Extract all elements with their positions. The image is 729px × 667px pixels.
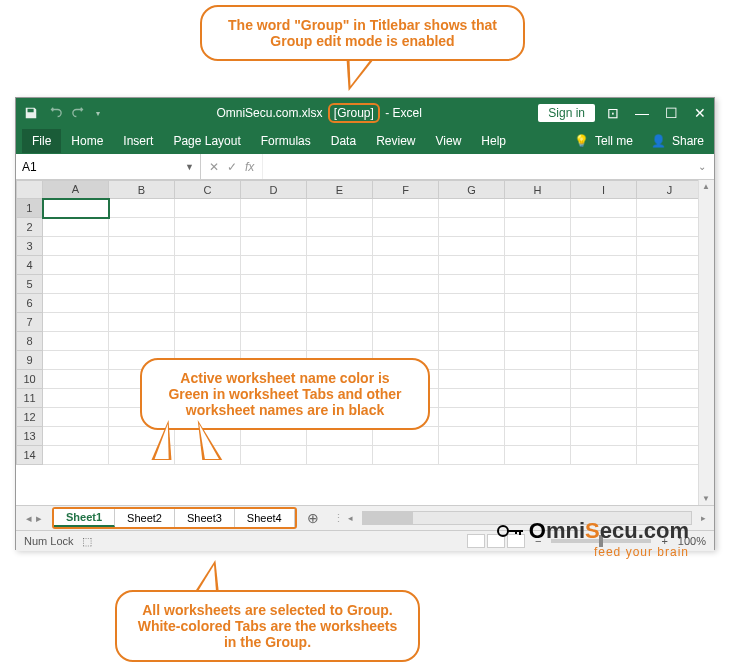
cell-G4[interactable] (439, 256, 505, 275)
cell-C3[interactable] (175, 237, 241, 256)
signin-button[interactable]: Sign in (538, 104, 595, 122)
minimize-icon[interactable]: — (635, 105, 649, 121)
cell-H14[interactable] (505, 446, 571, 465)
spreadsheet-grid[interactable]: ABCDEFGHIJ1234567891011121314 (16, 180, 714, 505)
cell-G2[interactable] (439, 218, 505, 237)
cell-H12[interactable] (505, 408, 571, 427)
col-header-A[interactable]: A (43, 181, 109, 199)
col-header-D[interactable]: D (241, 181, 307, 199)
cell-D3[interactable] (241, 237, 307, 256)
share-button[interactable]: Share (672, 134, 704, 148)
cell-E5[interactable] (307, 275, 373, 294)
cell-I12[interactable] (571, 408, 637, 427)
cell-A8[interactable] (43, 332, 109, 351)
cell-B3[interactable] (109, 237, 175, 256)
cell-I7[interactable] (571, 313, 637, 332)
col-header-B[interactable]: B (109, 181, 175, 199)
maximize-icon[interactable]: ☐ (665, 105, 678, 121)
cell-E8[interactable] (307, 332, 373, 351)
cell-B2[interactable] (109, 218, 175, 237)
cell-G7[interactable] (439, 313, 505, 332)
save-icon[interactable] (24, 106, 38, 120)
cell-A12[interactable] (43, 408, 109, 427)
cell-J6[interactable] (637, 294, 703, 313)
cell-A5[interactable] (43, 275, 109, 294)
cell-G3[interactable] (439, 237, 505, 256)
cell-H11[interactable] (505, 389, 571, 408)
cell-A2[interactable] (43, 218, 109, 237)
col-header-H[interactable]: H (505, 181, 571, 199)
col-header-J[interactable]: J (637, 181, 703, 199)
cell-D1[interactable] (241, 199, 307, 218)
cell-E1[interactable] (307, 199, 373, 218)
cell-E14[interactable] (307, 446, 373, 465)
cell-G5[interactable] (439, 275, 505, 294)
cell-I11[interactable] (571, 389, 637, 408)
row-header-1[interactable]: 1 (17, 199, 43, 218)
cell-F3[interactable] (373, 237, 439, 256)
row-header-4[interactable]: 4 (17, 256, 43, 275)
col-header-C[interactable]: C (175, 181, 241, 199)
cell-J4[interactable] (637, 256, 703, 275)
scroll-right-icon[interactable]: ▸ (696, 513, 710, 523)
scroll-left-icon[interactable]: ◂ (344, 513, 358, 523)
row-header-5[interactable]: 5 (17, 275, 43, 294)
cell-H9[interactable] (505, 351, 571, 370)
cell-G8[interactable] (439, 332, 505, 351)
cell-I13[interactable] (571, 427, 637, 446)
cell-C4[interactable] (175, 256, 241, 275)
cell-A3[interactable] (43, 237, 109, 256)
tab-insert[interactable]: Insert (113, 129, 163, 153)
tab-home[interactable]: Home (61, 129, 113, 153)
cell-G13[interactable] (439, 427, 505, 446)
normal-view-button[interactable] (467, 534, 485, 548)
new-sheet-button[interactable]: ⊕ (297, 506, 329, 530)
cell-H10[interactable] (505, 370, 571, 389)
cell-J1[interactable] (637, 199, 703, 218)
cell-J2[interactable] (637, 218, 703, 237)
vertical-scrollbar[interactable] (698, 180, 714, 505)
cell-B8[interactable] (109, 332, 175, 351)
cell-D14[interactable] (241, 446, 307, 465)
cell-G14[interactable] (439, 446, 505, 465)
cell-E7[interactable] (307, 313, 373, 332)
cell-J7[interactable] (637, 313, 703, 332)
cell-H3[interactable] (505, 237, 571, 256)
cell-J5[interactable] (637, 275, 703, 294)
cell-I1[interactable] (571, 199, 637, 218)
next-sheet-icon[interactable]: ▸ (36, 512, 42, 525)
col-header-I[interactable]: I (571, 181, 637, 199)
row-header-2[interactable]: 2 (17, 218, 43, 237)
cell-J14[interactable] (637, 446, 703, 465)
cell-B6[interactable] (109, 294, 175, 313)
col-header-E[interactable]: E (307, 181, 373, 199)
row-header-14[interactable]: 14 (17, 446, 43, 465)
cell-A13[interactable] (43, 427, 109, 446)
cell-J11[interactable] (637, 389, 703, 408)
cell-C6[interactable] (175, 294, 241, 313)
redo-icon[interactable] (72, 106, 86, 120)
cell-H8[interactable] (505, 332, 571, 351)
cell-H1[interactable] (505, 199, 571, 218)
cell-A11[interactable] (43, 389, 109, 408)
cell-E4[interactable] (307, 256, 373, 275)
cell-F7[interactable] (373, 313, 439, 332)
cell-I10[interactable] (571, 370, 637, 389)
tab-nav-arrows[interactable]: ◂ ▸ (16, 506, 52, 530)
cell-I5[interactable] (571, 275, 637, 294)
cell-A1[interactable] (43, 199, 109, 218)
cell-G6[interactable] (439, 294, 505, 313)
sheet-tab-2[interactable]: Sheet2 (115, 509, 175, 527)
fx-icon[interactable]: fx (245, 160, 254, 174)
close-icon[interactable]: ✕ (694, 105, 706, 121)
tab-page-layout[interactable]: Page Layout (163, 129, 250, 153)
ribbon-options-icon[interactable]: ⊡ (607, 105, 619, 121)
cell-G10[interactable] (439, 370, 505, 389)
cell-H4[interactable] (505, 256, 571, 275)
chevron-down-icon[interactable]: ▼ (185, 162, 194, 172)
cell-J12[interactable] (637, 408, 703, 427)
enter-icon[interactable]: ✓ (227, 160, 237, 174)
tab-help[interactable]: Help (471, 129, 516, 153)
tab-formulas[interactable]: Formulas (251, 129, 321, 153)
cell-I9[interactable] (571, 351, 637, 370)
